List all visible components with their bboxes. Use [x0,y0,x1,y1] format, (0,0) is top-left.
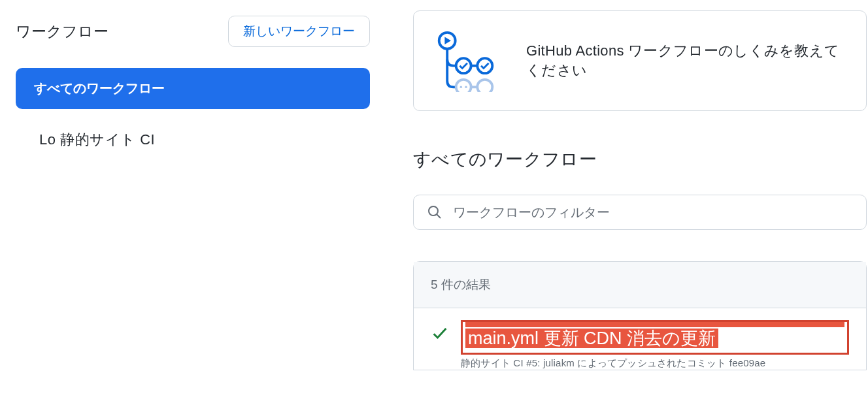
svg-point-5 [456,80,471,92]
svg-point-6 [460,86,462,88]
actions-workflow-icon [435,29,497,92]
help-banner[interactable]: GitHub Actions ワークフローのしくみを教えてください [413,10,867,111]
results-count: 5 件の結果 [414,262,866,308]
svg-marker-1 [444,37,451,45]
svg-point-9 [477,80,492,92]
sidebar-item-all-workflows[interactable]: すべてのワークフロー [16,68,370,109]
sidebar-item-static-site-ci[interactable]: Lo 静的サイト CI [16,114,370,161]
workflow-filter-input[interactable] [453,205,853,220]
main-content: GitHub Actions ワークフローのしくみを教えてください すべてのワー… [386,0,868,418]
workflow-run-title[interactable]: main.yml 更新 CDN 消去の更新 [465,329,718,348]
search-icon [427,204,442,220]
filter-bar[interactable] [413,195,867,230]
sidebar-header: ワークフロー 新しいワークフロー [16,16,370,47]
page-title: すべてのワークフロー [413,148,868,171]
highlighted-run-title: main.yml 更新 CDN 消去の更新 [461,320,849,355]
success-check-icon [431,324,449,342]
results-panel: 5 件の結果 main.yml 更新 CDN 消去の更新 静的サイト CI #5… [413,261,867,370]
new-workflow-button[interactable]: 新しいワークフロー [228,16,370,47]
sidebar-item-label: Lo 静的サイト CI [39,131,155,148]
workflow-run-row[interactable]: main.yml 更新 CDN 消去の更新 静的サイト CI #5: julia… [414,308,866,370]
svg-line-11 [437,214,441,218]
sidebar-item-label: すべてのワークフロー [34,81,165,95]
sidebar-title: ワークフロー [16,22,108,42]
workflow-run-meta: 静的サイト CI #5: juliakm によってプッシュされたコミット fee… [461,357,849,370]
svg-point-7 [465,86,467,88]
workflow-run-main: main.yml 更新 CDN 消去の更新 静的サイト CI #5: julia… [461,320,849,370]
sidebar: ワークフロー 新しいワークフロー すべてのワークフロー Lo 静的サイト CI [0,0,386,418]
svg-point-10 [429,206,438,216]
help-banner-text: GitHub Actions ワークフローのしくみを教えてください [526,41,845,80]
